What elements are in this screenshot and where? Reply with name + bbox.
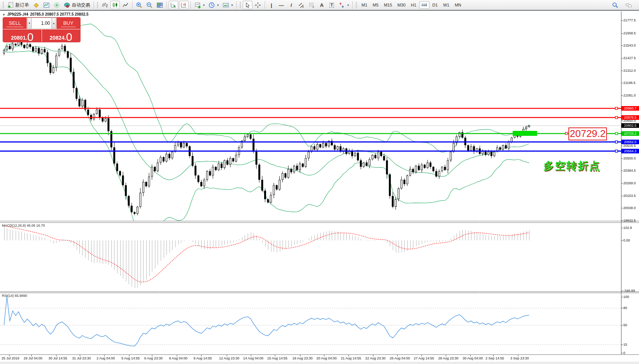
arrows-button[interactable]: ▾ bbox=[337, 1, 350, 9]
price-callout-label[interactable]: 20729.2 bbox=[568, 127, 607, 140]
date-label: 25 Jul 2019 bbox=[2, 356, 19, 360]
candlestick-chart-button[interactable] bbox=[110, 1, 120, 9]
timeframe-mn-button[interactable]: MN bbox=[452, 1, 463, 9]
cursor-button[interactable] bbox=[243, 1, 252, 9]
price-tag-20564.3[interactable]: 20564.3 bbox=[621, 149, 639, 153]
price-tag-20729.2[interactable]: 20729.2 bbox=[621, 131, 639, 136]
toolbar-separator bbox=[265, 1, 265, 9]
timeframe-h4-button[interactable]: H4 bbox=[420, 1, 429, 9]
chart-shift-icon bbox=[181, 2, 187, 8]
timeframe-m1-button[interactable]: M1 bbox=[359, 1, 370, 9]
chart-canvas[interactable] bbox=[0, 0, 639, 364]
timeframe-h1-button[interactable]: H1 bbox=[408, 1, 418, 9]
text-icon: A bbox=[320, 3, 323, 8]
diamond-icon bbox=[33, 2, 39, 8]
price-tick-label: 21081.0 bbox=[623, 93, 639, 97]
search-button[interactable] bbox=[610, 1, 620, 9]
timeframe-m30-button[interactable]: M30 bbox=[395, 1, 408, 9]
timeframe-d1-button[interactable]: D1 bbox=[430, 1, 440, 9]
text-button[interactable]: A bbox=[317, 1, 326, 9]
text-label-button[interactable]: T bbox=[327, 1, 336, 9]
bar-chart-button[interactable] bbox=[100, 1, 110, 9]
timeframe-m5-button[interactable]: M5 bbox=[370, 1, 381, 9]
date-label: 31 Jul 23:30 bbox=[72, 356, 91, 360]
new-order-button[interactable]: 新订单 bbox=[6, 1, 31, 9]
toolbar-grip[interactable] bbox=[356, 2, 357, 8]
line-chart-button[interactable] bbox=[121, 1, 130, 9]
date-label: 30 Aug 04:00 bbox=[463, 356, 483, 360]
buy-price[interactable]: 20824.0 bbox=[42, 29, 81, 42]
autotrade-button[interactable]: 自动交易 bbox=[62, 1, 92, 9]
price-tag-20802.5[interactable]: 20802.5 bbox=[621, 123, 639, 128]
indicators-button[interactable]: ▾ bbox=[193, 1, 206, 9]
date-label: 14 Aug 04:00 bbox=[243, 356, 263, 360]
price-tag-20652.0[interactable]: 20652.0 bbox=[621, 140, 639, 144]
toolbar-separator bbox=[190, 1, 191, 9]
line-chart-icon bbox=[122, 2, 129, 8]
timeframe-group: M1M5M15M30H1H4D1W1MN bbox=[359, 1, 464, 9]
date-label: 3 Sep 23:30 bbox=[510, 356, 529, 360]
rsi-tick-label: 80 bbox=[623, 306, 639, 310]
signal-icon bbox=[53, 2, 60, 8]
styler-button[interactable] bbox=[31, 1, 41, 9]
chat-button[interactable] bbox=[624, 1, 634, 9]
channel-icon: E bbox=[298, 2, 305, 8]
auto-scroll-button[interactable] bbox=[169, 1, 178, 9]
price-tick-label: 20500.0 bbox=[623, 156, 639, 160]
toolbar-grip[interactable] bbox=[240, 2, 241, 8]
date-label: 22 Aug 23:30 bbox=[365, 356, 386, 360]
buy-label: BUY bbox=[61, 20, 76, 27]
volume-input[interactable] bbox=[32, 18, 52, 29]
sell-button[interactable]: SELL bbox=[3, 18, 27, 29]
buy-button[interactable]: BUY bbox=[56, 18, 80, 29]
toolbar-grip[interactable] bbox=[97, 2, 98, 8]
sell-price[interactable]: 20801.0 bbox=[3, 29, 42, 42]
chart-shift-button[interactable] bbox=[179, 1, 189, 9]
autotrade-icon bbox=[64, 2, 70, 8]
date-label: 29 Jul 04:00 bbox=[24, 356, 42, 360]
new-order-label: 新订单 bbox=[15, 2, 29, 8]
vertical-line-button[interactable]: | bbox=[267, 1, 276, 9]
auto-scroll-icon bbox=[170, 2, 177, 8]
volume-increase-button[interactable]: ▲ bbox=[52, 18, 56, 29]
dropdown-caret-icon: ▾ bbox=[347, 3, 349, 7]
templates-button[interactable]: ▾ bbox=[221, 1, 234, 9]
price-tag-20960.7[interactable]: 20960.7 bbox=[621, 106, 639, 111]
signals-button[interactable] bbox=[52, 1, 61, 9]
clock-icon bbox=[208, 2, 215, 8]
volume-decrease-button[interactable]: ▼ bbox=[27, 18, 32, 29]
candlestick-icon bbox=[112, 2, 118, 8]
date-label: 28 Aug 23:30 bbox=[438, 356, 458, 360]
market-watch-button[interactable] bbox=[42, 1, 51, 9]
trendline-button[interactable]: / bbox=[287, 1, 296, 9]
sell-price-pips: 0 bbox=[27, 32, 34, 42]
price-tick-label: 21196.5 bbox=[623, 81, 639, 85]
dropdown-caret-icon: ▾ bbox=[203, 3, 205, 7]
one-click-trading-panel: SELL ▼ ▲ BUY 20801.0 20824.0 bbox=[3, 18, 80, 42]
volume-stepper: ▼ ▲ bbox=[27, 18, 56, 29]
template-icon bbox=[223, 2, 229, 8]
timeframe-m15-button[interactable]: M15 bbox=[382, 1, 394, 9]
date-label: 26 Aug 04:00 bbox=[390, 356, 410, 360]
fibonacci-button[interactable]: F bbox=[307, 1, 316, 9]
arrows-icon bbox=[339, 2, 345, 8]
symbol-arrow-icon: ▲ bbox=[2, 13, 5, 16]
indicators-add-icon bbox=[194, 2, 201, 8]
chart-title-ohlc: 20785.0 20807.5 20777.5 20802.5 bbox=[30, 12, 89, 16]
status-strip bbox=[0, 362, 639, 364]
toolbar-right-group bbox=[610, 1, 634, 9]
buy-price-main: 20824 bbox=[50, 35, 65, 40]
price-tick-label: 20384.5 bbox=[623, 169, 639, 172]
toolbar-grip[interactable] bbox=[3, 2, 4, 8]
timeframe-w1-button[interactable]: W1 bbox=[441, 1, 452, 9]
crosshair-button[interactable] bbox=[253, 1, 263, 9]
horizontal-line-button[interactable]: — bbox=[277, 1, 286, 9]
equidistant-channel-button[interactable]: E bbox=[297, 1, 306, 9]
tile-windows-button[interactable] bbox=[155, 1, 165, 9]
dropdown-caret-icon: ▾ bbox=[231, 3, 233, 7]
zoom-out-button[interactable] bbox=[145, 1, 154, 9]
zoom-in-button[interactable] bbox=[134, 1, 144, 9]
price-tag-20876.5[interactable]: 20876.5 bbox=[621, 115, 639, 120]
sell-label: SELL bbox=[6, 20, 23, 27]
periods-button[interactable]: ▾ bbox=[207, 1, 220, 9]
